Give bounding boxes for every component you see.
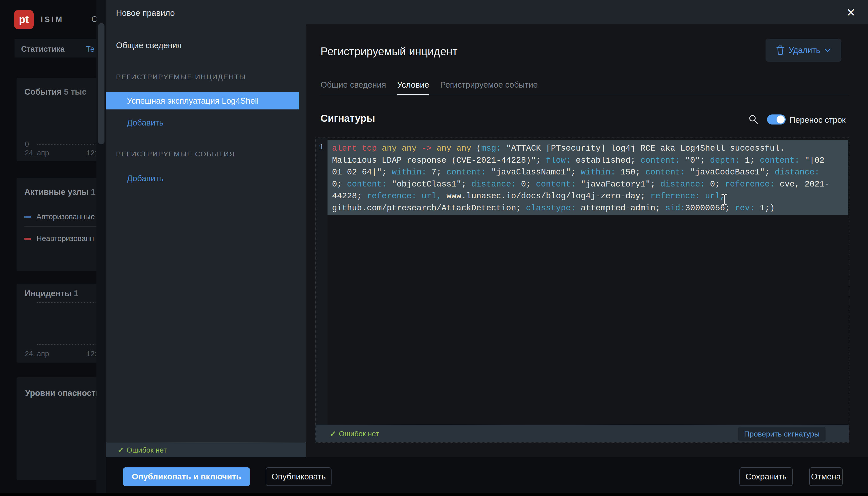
card-nodes-value: 1 (91, 187, 95, 197)
pt-logo: pt (14, 10, 34, 29)
publish-button[interactable]: Опубликовать (266, 467, 332, 486)
close-icon[interactable]: ✕ (845, 6, 857, 18)
card-danger-levels: Уровни опасности (17, 377, 97, 480)
x-axis-end: 12: (87, 350, 96, 358)
trash-icon (776, 45, 785, 55)
card-incidents-title-text: Инциденты (24, 289, 72, 298)
card-events-value: 5 тыс (64, 87, 87, 96)
sidebar-status-bar: ✓ Ошибок нет (106, 443, 306, 457)
add-incident-link[interactable]: Добавить (127, 118, 164, 127)
gridline (37, 144, 97, 144)
editor-status-bar: ✓ Ошибок нет Проверить сигнатуры (316, 425, 849, 442)
delete-button[interactable]: Удалить (765, 38, 841, 62)
y-axis-zero: 0 (25, 140, 29, 148)
chevron-down-icon (824, 48, 831, 52)
sidebar-item-general[interactable]: Общие сведения (116, 41, 182, 50)
check-icon: ✓ (118, 446, 124, 455)
card-incidents: Инциденты 1 24. апр 12: (17, 284, 97, 363)
check-icon: ✓ (330, 429, 336, 438)
word-wrap-toggle[interactable] (767, 114, 786, 124)
tab-statistics[interactable]: Статистика (21, 45, 64, 54)
page-scrollbar-thumb[interactable] (98, 23, 105, 144)
toggle-knob (777, 115, 785, 124)
cancel-button[interactable]: Отмена (809, 467, 843, 486)
tab-condition[interactable]: Условие (397, 80, 429, 95)
modal-header-strip (306, 0, 868, 24)
card-levels-title: Уровни опасности (25, 388, 97, 398)
app-topbar: pt ISIM С (0, 0, 106, 39)
x-axis-start: 24. апр (25, 350, 49, 358)
tab-general-info[interactable]: Общие сведения (320, 80, 386, 95)
x-axis-end: 12: (87, 149, 96, 157)
modal-footer: Опубликовать и включить Опубликовать Сох… (106, 457, 868, 493)
tab-registered-event[interactable]: Регистрируемое событие (440, 80, 538, 95)
text-cursor-pointer (721, 193, 728, 205)
card-nodes-title: Активные узлы 1 (24, 187, 95, 197)
search-icon[interactable] (748, 114, 759, 125)
add-event-link[interactable]: Добавить (127, 174, 164, 183)
legend-unauthorized: Неавторизованн (36, 234, 94, 243)
card-nodes-title-text: Активные узлы (24, 187, 89, 197)
legend-dash-unauthorized (24, 238, 31, 240)
modal-content: Регистрируемый инцидент Удалить Общие св… (306, 24, 868, 457)
legend-authorized: Авторизованные (36, 212, 95, 221)
x-axis-start: 24. апр (25, 149, 49, 157)
editor-gutter: 1 (316, 138, 328, 442)
tab-partial[interactable]: Те (86, 45, 94, 54)
modal-sidebar: Новое правило Общие сведения РЕГИСТРИРУЕ… (106, 0, 306, 457)
save-button[interactable]: Сохранить (740, 467, 793, 486)
screen-edge (0, 493, 868, 496)
new-rule-modal: ✕ Новое правило Общие сведения РЕГИСТРИР… (106, 0, 868, 496)
sidebar-item-selected-incident[interactable]: Успешная эксплуатация Log4Shell (106, 92, 299, 109)
word-wrap-label: Перенос строк (789, 115, 846, 125)
tabs: Общие сведения Условие Регистрируемое со… (320, 80, 538, 95)
product-name: ISIM (41, 15, 64, 24)
sidebar-status-text: Ошибок нет (126, 446, 167, 454)
signature-code-editor[interactable]: 1 alert tcp any any -> any any (msg: "AT… (316, 138, 849, 443)
tabs-divider (320, 95, 849, 95)
check-signatures-button[interactable]: Проверить сигнатуры (738, 427, 825, 441)
gridline (37, 344, 97, 345)
card-incidents-value: 1 (74, 289, 78, 298)
code-block[interactable]: alert tcp any any -> any any (msg: "ATTA… (328, 140, 848, 215)
sidebar-section-events: РЕГИСТРИРУЕМЫЕ СОБЫТИЯ (116, 150, 235, 158)
delete-button-label: Удалить (789, 45, 820, 55)
legend-dash-authorized (24, 216, 31, 218)
card-active-nodes: Активные узлы 1 Авторизованные Неавториз… (17, 178, 97, 271)
card-events: События 5 тыс 0 24. апр 12: (17, 78, 97, 161)
card-incidents-title: Инциденты 1 (24, 289, 78, 298)
gridline (37, 302, 97, 303)
signatures-heading: Сигнатуры (320, 113, 375, 124)
card-events-title: События 5 тыс (24, 87, 87, 97)
editor-status-text: Ошибок нет (339, 430, 379, 438)
card-events-title-text: События (24, 87, 62, 96)
selected-incident-label: Успешная эксплуатация Log4Shell (127, 96, 259, 106)
publish-and-enable-button[interactable]: Опубликовать и включить (123, 467, 250, 486)
modal-title: Новое правило (116, 8, 175, 18)
screen: pt ISIM С Статистика Те События 5 тыс 0 … (0, 0, 868, 496)
page-title: Регистрируемый инцидент (320, 45, 458, 58)
sidebar-section-incidents: РЕГИСТРИРУЕМЫЕ ИНЦИДЕНТЫ (116, 73, 246, 81)
line-number: 1 (319, 143, 324, 152)
